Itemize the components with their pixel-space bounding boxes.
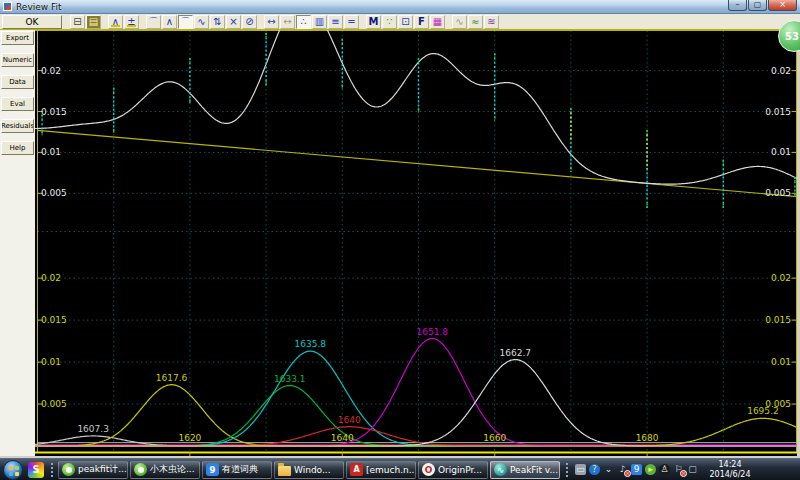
toolbar-icons: ⊟▤∧±⌒∧⌒∿⇅×⊘↔↔∴▥≡=M∵⊡F▦∿≈≋ (70, 15, 500, 29)
clock-date: 2014/6/24 (703, 470, 757, 480)
system-tray: ▭?⌄♪×9▸♙⚐×▢ (574, 463, 699, 476)
search-binoculars-icon[interactable]: M (366, 15, 381, 29)
copy-clipboard-icon[interactable]: ▤ (86, 15, 101, 29)
taskbar-button-label: [emuch.n... (366, 465, 416, 475)
svg-text:0.005: 0.005 (765, 188, 791, 198)
svg-text:1620: 1620 (178, 433, 201, 443)
svg-text:1633.1: 1633.1 (274, 374, 306, 384)
taskbar-button-label: 有道词典 (222, 463, 258, 476)
taskbar-button[interactable]: 9有道词典 (202, 461, 272, 479)
task-buttons: peakfit计...小木虫论...9有道词典Windo...A[emuch.n… (57, 461, 561, 479)
window-controls: –▢× (728, 0, 797, 11)
color-bars-icon[interactable]: ▦ (430, 15, 445, 29)
peakfit-icon: ∿ (494, 463, 507, 476)
svg-text:1695.2: 1695.2 (747, 406, 779, 416)
svg-text:1640: 1640 (338, 415, 361, 425)
safety-ball-tray-icon[interactable]: ▸ (644, 463, 657, 476)
review-points-icon[interactable]: ∴ (296, 15, 311, 29)
svg-text:1662.7: 1662.7 (500, 348, 532, 358)
adjust-peak-icon[interactable]: ± (124, 15, 139, 29)
svg-text:0.015: 0.015 (41, 107, 67, 117)
curves-overlay-icon[interactable]: ≈ (468, 15, 483, 29)
svg-text:0.015: 0.015 (765, 107, 791, 117)
pan-disabled-icon[interactable]: ↔ (280, 15, 295, 29)
network-tray-icon[interactable]: ▢ (686, 463, 699, 476)
svg-text:0.02: 0.02 (41, 66, 61, 76)
close-button[interactable]: × (768, 0, 797, 11)
svg-text:0.01: 0.01 (771, 357, 791, 367)
sidebar-button-residuals[interactable]: Residuals (1, 119, 34, 133)
taskbar-button[interactable]: A[emuch.n... (346, 461, 416, 479)
titlebar: Review Fit –▢× (0, 0, 800, 14)
svg-text:1680: 1680 (636, 433, 659, 443)
svg-text:0.02: 0.02 (771, 66, 791, 76)
taskbar-button-label: peakfit计... (78, 463, 127, 476)
peak-function-icon[interactable]: ⌒ (146, 15, 161, 29)
volume-muted-tray-icon[interactable]: ♪× (616, 463, 629, 476)
plot-area: 0.020.020.0150.0150.010.010.0050.0050.02… (35, 30, 797, 456)
input-indicator-tray-icon[interactable]: ⌄ (602, 463, 615, 476)
svg-text:1651.8: 1651.8 (416, 327, 448, 337)
columns-icon[interactable]: ▥ (312, 15, 327, 29)
svg-text:0.015: 0.015 (41, 315, 67, 325)
start-button[interactable] (3, 460, 23, 480)
scatter-colors-icon[interactable]: ∵ (382, 15, 397, 29)
taskbar-button-label: 小木虫论... (150, 463, 195, 476)
taskbar-button[interactable]: 小木虫论... (130, 461, 200, 479)
pinned-app-icon[interactable]: S (28, 462, 44, 478)
print-icon[interactable]: ⊟ (70, 15, 85, 29)
svg-text:0.015: 0.015 (765, 315, 791, 325)
list-view-icon[interactable]: ≡ (328, 15, 343, 29)
origin-icon: O (422, 463, 435, 476)
peak-baseline-icon[interactable]: ⌒ (178, 15, 193, 29)
green-browser-icon (134, 463, 147, 476)
svg-text:1640: 1640 (331, 433, 354, 443)
double-peak-icon[interactable]: ∿ (194, 15, 209, 29)
taskbar-button[interactable]: OOriginPr... (418, 461, 488, 479)
svg-text:0.02: 0.02 (41, 273, 61, 283)
taskbar-button[interactable]: Windo... (274, 461, 344, 479)
svg-text:0.02: 0.02 (771, 273, 791, 283)
maximize-button[interactable]: ▢ (748, 0, 767, 11)
youdao-icon: 9 (206, 463, 219, 476)
add-peak-icon[interactable]: ∧ (108, 15, 123, 29)
ok-button[interactable]: OK (2, 15, 62, 29)
keyboard-tray-icon[interactable]: ▭ (574, 463, 587, 476)
help-tray-icon[interactable]: ? (588, 463, 601, 476)
sidebar-button-export[interactable]: Export (1, 31, 34, 45)
pan-icon[interactable]: ↔ (264, 15, 279, 29)
sidebar-button-numeric[interactable]: Numeric (1, 53, 34, 67)
svg-text:1660: 1660 (483, 433, 506, 443)
curves-overlay-alt-icon[interactable]: ≋ (484, 15, 499, 29)
tray-separator (565, 462, 570, 478)
peak-shape-icon[interactable]: ∧ (162, 15, 177, 29)
sidebar-button-help[interactable]: Help (1, 141, 34, 155)
taskbar-button-label: PeakFit v... (510, 465, 558, 475)
svg-text:0.005: 0.005 (41, 399, 67, 409)
graph-disabled-icon[interactable]: ∿ (452, 15, 467, 29)
qq-tray-icon[interactable]: ♙ (658, 463, 671, 476)
svg-text:1607.3: 1607.3 (77, 424, 109, 434)
taskbar-button-label: OriginPr... (438, 465, 482, 475)
exclude-peak-icon[interactable]: ⊘ (242, 15, 257, 29)
minimize-button[interactable]: – (728, 0, 747, 11)
folder-icon (278, 463, 291, 476)
sort-peaks-icon[interactable]: ⇅ (210, 15, 225, 29)
sidebar-button-data[interactable]: Data (1, 75, 34, 89)
font-format-icon[interactable]: F (414, 15, 429, 29)
taskbar: S peakfit计...小木虫论...9有道词典Windo...A[emuch… (0, 458, 800, 480)
svg-text:0.005: 0.005 (41, 188, 67, 198)
taskbar-button[interactable]: ∿PeakFit v... (490, 461, 560, 479)
sidebar-button-eval[interactable]: Eval (1, 97, 34, 111)
list-view-small-icon[interactable]: = (344, 15, 359, 29)
taskbar-button[interactable]: peakfit计... (58, 461, 128, 479)
pdf-icon: A (350, 463, 363, 476)
delete-peak-icon[interactable]: × (226, 15, 241, 29)
youdao-tray-icon[interactable]: 9 (630, 463, 643, 476)
svg-text:1635.8: 1635.8 (295, 339, 327, 349)
fit-chart-svg: 0.020.020.0150.0150.010.010.0050.0050.02… (35, 30, 797, 456)
taskbar-clock[interactable]: 14:24 2014/6/24 (703, 460, 757, 480)
monitor-icon[interactable]: ⊡ (398, 15, 413, 29)
svg-text:1617.6: 1617.6 (156, 373, 188, 383)
action-center-flag-tray-icon[interactable]: ⚐× (672, 463, 685, 476)
